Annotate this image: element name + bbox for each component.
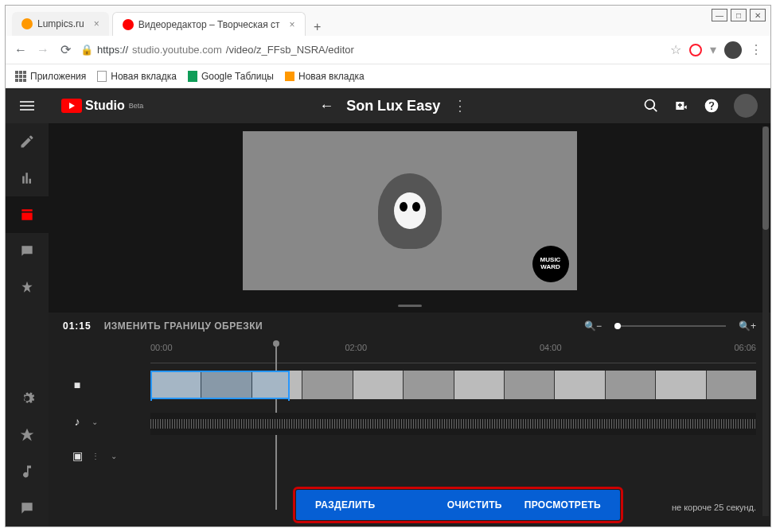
new-tab-button[interactable]: +	[309, 18, 326, 36]
browser-window: — □ ✕ Lumpics.ru × Видеоредактор – Творч…	[5, 5, 771, 527]
track-options-icon[interactable]: ⋮	[92, 452, 111, 460]
feedback-icon[interactable]	[6, 490, 49, 526]
close-tab-icon[interactable]: ×	[290, 19, 295, 30]
video-player[interactable]: MUSIC WARD	[49, 123, 770, 298]
video-clip-strip[interactable]	[150, 371, 756, 399]
header-actions	[643, 94, 758, 118]
channel-watermark: MUSIC WARD	[532, 246, 569, 282]
reload-button[interactable]: ⟳	[58, 43, 72, 57]
address-bar[interactable]: 🔒 https://studio.youtube.com/video/z_FFs…	[80, 44, 662, 56]
bookmark-label: Новая вкладка	[298, 71, 365, 82]
user-avatar[interactable]	[734, 94, 758, 118]
page-icon	[97, 71, 107, 82]
sheets-icon	[188, 71, 197, 82]
bookmark-star-icon[interactable]: ☆	[670, 42, 681, 57]
bookmarks-bar: Приложения Новая вкладка Google Таблицы …	[6, 64, 770, 88]
more-options-icon[interactable]: ⋮	[453, 97, 467, 115]
top-bar: StudioBeta ← Son Lux Easy ⋮	[49, 88, 770, 123]
create-icon[interactable]	[673, 98, 689, 114]
vertical-scrollbar[interactable]	[762, 126, 769, 516]
favicon-icon	[21, 18, 33, 29]
bookmark-item[interactable]: Новая вкладка	[97, 71, 177, 82]
trim-action-bar: РАЗДЕЛИТЬ ОЧИСТИТЬ ПРОСМОТРЕТЬ	[296, 490, 620, 520]
search-icon[interactable]	[643, 98, 659, 114]
zoom-in-icon[interactable]: 🔍+	[739, 320, 756, 332]
time-ruler[interactable]: 00:00 02:00 04:00 06:06	[150, 343, 756, 363]
panel-resize-handle[interactable]	[49, 298, 770, 313]
apps-label: Приложения	[30, 71, 86, 82]
video-title: Son Lux Easy	[346, 98, 440, 115]
ruler-tick: 02:00	[345, 343, 539, 363]
timeline-panel: 01:15 ИЗМЕНИТЬ ГРАНИЦУ ОБРЕЗКИ 🔍− 🔍+ 00:…	[49, 313, 770, 526]
editor-icon[interactable]	[6, 196, 49, 233]
video-frame: MUSIC WARD	[243, 131, 577, 290]
ruler-tick: 00:00	[150, 343, 345, 363]
whatsnew-icon[interactable]	[6, 417, 49, 453]
youtube-studio-logo[interactable]: StudioBeta	[61, 99, 143, 113]
split-button[interactable]: РАЗДЕЛИТЬ	[304, 499, 386, 511]
close-window-button[interactable]: ✕	[750, 9, 766, 21]
page-icon	[285, 72, 294, 81]
toolbar-right: ☆ ▾ ⋮	[670, 41, 762, 59]
timeline-header: 01:15 ИЗМЕНИТЬ ГРАНИЦУ ОБРЕЗКИ 🔍− 🔍+	[63, 320, 756, 332]
ruler-tick: 06:06	[734, 343, 756, 363]
lock-icon: 🔒	[80, 44, 93, 56]
profile-avatar[interactable]	[724, 41, 742, 59]
tab-title: Видеоредактор – Творческая ст	[138, 19, 280, 30]
hint-text: не короче 25 секунд.	[672, 503, 756, 512]
video-content-figure	[378, 173, 442, 249]
comments-icon[interactable]	[6, 233, 49, 270]
favicon-icon	[123, 19, 134, 30]
zoom-slider[interactable]	[614, 325, 726, 327]
url-host: studio.youtube.com	[132, 44, 222, 56]
help-icon[interactable]	[704, 98, 719, 114]
left-sidebar	[6, 88, 49, 526]
address-bar-row: ← → ⟳ 🔒 https://studio.youtube.com/video…	[6, 36, 770, 64]
zoom-controls: 🔍− 🔍+	[584, 320, 756, 332]
bookmark-item[interactable]: Новая вкладка	[285, 71, 365, 82]
maximize-button[interactable]: □	[731, 9, 747, 21]
tab-strip: Lumpics.ru × Видеоредактор – Творческая …	[6, 6, 770, 36]
settings-icon[interactable]	[6, 380, 49, 417]
apps-grid-icon	[15, 71, 26, 82]
bookmark-label: Google Таблицы	[201, 71, 274, 82]
trim-handle-right[interactable]	[288, 372, 290, 401]
tab-lumpics[interactable]: Lumpics.ru ×	[12, 12, 109, 36]
video-title-area: ← Son Lux Easy ⋮	[319, 97, 467, 115]
analytics-icon[interactable]	[6, 160, 49, 196]
trim-boundary-button[interactable]: ИЗМЕНИТЬ ГРАНИЦУ ОБРЕЗКИ	[104, 320, 263, 332]
tab-videoeditor[interactable]: Видеоредактор – Творческая ст ×	[112, 12, 306, 36]
browser-menu-icon[interactable]: ⋮	[750, 42, 762, 57]
window-controls: — □ ✕	[712, 9, 766, 21]
endscreen-track-icon: ▣	[63, 449, 92, 462]
audio-waveform[interactable]	[150, 413, 756, 435]
bookmark-item[interactable]: Google Таблицы	[188, 71, 274, 82]
video-track: ■	[63, 370, 756, 400]
apps-button[interactable]: Приложения	[15, 71, 86, 82]
studio-label: Studio	[85, 99, 125, 113]
trim-selection[interactable]	[150, 371, 290, 399]
main-area: StudioBeta ← Son Lux Easy ⋮	[49, 88, 770, 526]
minimize-button[interactable]: —	[712, 9, 727, 21]
beta-label: Beta	[129, 102, 144, 110]
tab-title: Lumpics.ru	[37, 18, 84, 29]
edit-icon[interactable]	[6, 123, 49, 160]
video-track-icon: ■	[63, 379, 92, 391]
pocket-icon[interactable]: ▾	[710, 42, 716, 57]
back-button[interactable]: ←	[14, 43, 28, 57]
clear-button[interactable]: ОЧИСТИТЬ	[436, 499, 513, 511]
forward-button[interactable]: →	[36, 43, 50, 57]
zoom-out-icon[interactable]: 🔍−	[584, 320, 602, 332]
menu-button[interactable]	[6, 88, 49, 123]
app-content: StudioBeta ← Son Lux Easy ⋮	[6, 88, 770, 526]
close-tab-icon[interactable]: ×	[94, 18, 99, 29]
preview-button[interactable]: ПРОСМОТРЕТЬ	[513, 499, 612, 511]
opera-extension-icon[interactable]	[689, 44, 702, 56]
audio-library-icon[interactable]	[6, 453, 49, 490]
trim-handle-left[interactable]	[150, 372, 152, 401]
audio-track: ♪ ⌄	[63, 406, 756, 437]
track-expand-icon[interactable]: ⌄	[111, 452, 130, 460]
translations-icon[interactable]	[6, 270, 49, 306]
track-expand-icon[interactable]: ⌄	[92, 417, 111, 426]
back-arrow-icon[interactable]: ←	[319, 98, 333, 115]
